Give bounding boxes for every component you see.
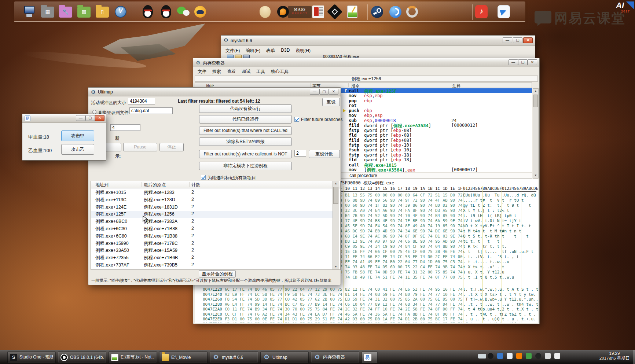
seal-app-icon[interactable] — [312, 5, 325, 19]
taskbar-item-OBS 18.0.1 (64b...[interactable]: OBS 18.0.1 (64b... — [58, 352, 106, 363]
list-item[interactable]: 例程.exe+6C80例程.exe+71B882 — [91, 233, 333, 240]
keyboard-icon[interactable] — [478, 354, 486, 359]
thunder-icon[interactable] — [497, 5, 510, 19]
folder-games-icon[interactable]: ▩ — [77, 5, 91, 19]
taskbar-item-E:\_Movie[interactable]: E:\_Movie — [159, 352, 208, 363]
code-not-run-button[interactable]: 代码没有被运行 — [199, 104, 292, 113]
mass-effect-icon[interactable]: MASSEFFECT — [288, 5, 312, 19]
memview-menu-5[interactable]: 核心工具 — [268, 68, 291, 76]
fl-studio-icon[interactable] — [276, 5, 290, 19]
qq2-icon[interactable] — [159, 5, 173, 19]
netease-music-icon[interactable]: ♪ — [474, 5, 488, 19]
list-item[interactable]: 例程.exe+15990例程.exe+7178C2 — [91, 240, 333, 247]
dish-icon[interactable] — [535, 353, 541, 359]
taskbar-item-内存查看器[interactable]: ⚙内存查看器 — [311, 352, 359, 363]
taskbar-item-E:\章节.txt - Not...[interactable]: E:\章节.txt - Not... — [109, 352, 157, 363]
list-item[interactable]: 例程.exe+124E例程.exe+1831D2 — [91, 204, 333, 211]
stop-button[interactable]: 停止 — [159, 143, 184, 151]
ultimap-results-list[interactable]: 地址到最后的原点计数例程.exe+1015例程.exe+12832例程.exe+… — [91, 181, 341, 270]
folder-gray-icon[interactable]: ▦ — [41, 5, 54, 19]
memview-menu-2[interactable]: 查看 — [224, 68, 239, 76]
ultimap-titlebar[interactable]: ⚙ Ultimap — ▢ ✕ — [88, 88, 341, 96]
filter-module-button[interactable]: 非特定模块下过滤例程 — [199, 162, 292, 170]
list-scrollbar[interactable]: ▲ ▼ — [333, 181, 339, 270]
maximize-button[interactable]: ▢ — [85, 115, 95, 121]
scrollbar-thumb[interactable] — [333, 187, 338, 204]
buffer-size-input[interactable] — [128, 98, 155, 104]
notepad-app-icon[interactable] — [346, 5, 359, 19]
scroll-up-arrow[interactable]: ▲ — [333, 181, 339, 186]
hp-dialog-titlebar[interactable]: 易 — ▢ ✕ — [22, 114, 106, 123]
close-button[interactable]: ✕ — [528, 59, 537, 65]
taskbar-item-mystuff 6.6[interactable]: ⚙mystuff 6.6 — [210, 352, 258, 363]
memview-menu-0[interactable]: 文件 — [195, 68, 209, 76]
scroll-up-arrow[interactable]: ▲ — [533, 89, 538, 94]
memview-menu-1[interactable]: 搜索 — [209, 68, 224, 76]
callcount-input[interactable] — [294, 150, 306, 157]
list-item[interactable]: 例程.exe+1015例程.exe+12832 — [91, 189, 333, 196]
minimize-button[interactable]: — — [509, 59, 518, 65]
network-icon[interactable] — [545, 353, 551, 359]
qq-icon[interactable] — [141, 5, 154, 19]
maximize-button[interactable]: ▢ — [518, 59, 528, 65]
close-button[interactable]: ✕ — [523, 37, 533, 43]
attack-a-button[interactable]: 攻击甲 — [61, 130, 94, 141]
mystuff-menu-1[interactable]: 编辑(E) — [243, 47, 263, 55]
list-item[interactable]: 例程.exe+6C30例程.exe+71B882 — [91, 225, 333, 233]
show-matching-button[interactable]: 显示符合的例程 — [199, 270, 236, 277]
reset-button[interactable]: 重设 — [322, 98, 340, 106]
wechat-icon[interactable] — [177, 5, 190, 19]
memview-titlebar[interactable]: ⚙ 内存查看器 — ▢ ✕ — [193, 58, 539, 67]
my-computer-icon[interactable] — [23, 5, 36, 19]
close-button[interactable]: ✕ — [329, 89, 338, 95]
mystuff-menu-2[interactable]: 表单 — [263, 47, 278, 55]
scroll-down-arrow[interactable]: ▼ — [533, 173, 538, 178]
memview-menu-3[interactable]: 调试 — [239, 68, 253, 76]
filter-not-called-button[interactable]: Filter out routine(s) that where not CAL… — [199, 126, 292, 135]
taskbar-item-Studio One - 现场[interactable]: Studio One - 现场 — [7, 352, 56, 363]
v-sign-icon[interactable] — [507, 353, 513, 359]
memview-menu-4[interactable]: 工具 — [253, 68, 268, 76]
security-shield-icon[interactable] — [526, 353, 532, 359]
minimize-button[interactable]: — — [76, 115, 85, 121]
minimize-button[interactable]: — — [503, 37, 512, 43]
mark-new-items-checkbox[interactable] — [201, 175, 206, 180]
taskbar-clock[interactable]: 19:29 2017\8\6 星期日 — [597, 351, 632, 361]
filter-future-branches-checkbox[interactable] — [294, 117, 299, 122]
list-col-2[interactable]: 计数 — [191, 182, 200, 188]
volume-icon[interactable] — [554, 353, 560, 359]
folder-docs-icon[interactable]: ▯ — [96, 5, 109, 19]
orange-app-icon[interactable] — [516, 353, 522, 359]
tgp-cat-icon[interactable] — [194, 5, 207, 19]
list-item[interactable]: 例程.exe+125F例程.exe+12562 — [91, 211, 333, 218]
home-icon[interactable] — [497, 353, 503, 359]
steam-icon[interactable] — [370, 5, 383, 19]
disasm-scrollbar[interactable]: ▲ ▼ — [533, 88, 539, 179]
pause-button[interactable]: Pause — [123, 143, 157, 151]
code-has-run-button[interactable]: 代码已经运行 — [199, 115, 292, 124]
attack-b-button[interactable]: 攻击乙 — [61, 144, 94, 155]
media-disc-icon[interactable] — [488, 353, 493, 359]
folder-tools-icon[interactable]: 🔧 — [59, 5, 72, 19]
browser-icon[interactable] — [389, 5, 402, 19]
scrollbar-thumb[interactable] — [533, 95, 538, 107]
mystuff-titlebar[interactable]: ⚙ mystuff 6.6 — ▢ ✕ — [221, 36, 535, 46]
minimize-button[interactable]: — — [310, 89, 319, 95]
show-desktop-button[interactable] — [633, 350, 635, 364]
hidden-count-input[interactable] — [110, 124, 140, 131]
filter-callcount-button[interactable]: Filter out routine(s) where callcount is… — [199, 150, 292, 158]
list-item[interactable]: 例程.exe+33A50例程.exe+15A592 — [91, 247, 333, 254]
log-file-input[interactable] — [129, 107, 173, 114]
mystuff-menu-0[interactable]: 文件(F) — [223, 47, 243, 55]
taskbar-item-yi[interactable] — [361, 352, 378, 363]
list-item[interactable]: 例程.exe+6BC0例程.exe+7382A2 — [91, 218, 333, 225]
filter-ret-button[interactable]: 滤除从RET's的回报 — [199, 137, 292, 146]
mystuff-menu-3[interactable]: D3D — [278, 47, 293, 55]
list-item[interactable]: 例程.exe+113C例程.exe+128D2 — [91, 196, 333, 204]
unity-icon[interactable] — [328, 5, 341, 19]
mystuff-menu-4[interactable]: 说明(H) — [293, 47, 313, 55]
list-col-1[interactable]: 最后的原点 — [144, 182, 166, 188]
reset-count-button[interactable]: 重设计数 — [309, 150, 340, 158]
overwatch-icon[interactable] — [405, 5, 419, 19]
scroll-down-arrow[interactable]: ▼ — [333, 264, 339, 269]
